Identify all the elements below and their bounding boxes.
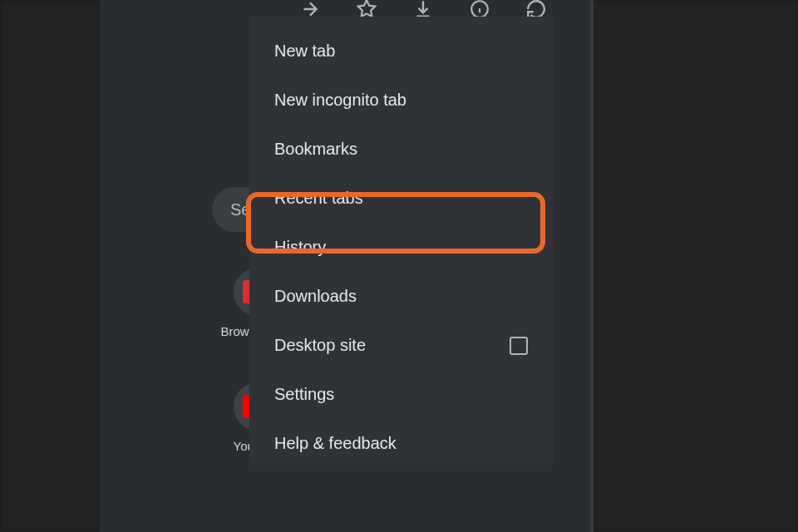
overflow-menu: New tab New incognito tab Bookmarks Rece… [249, 17, 553, 465]
menu-label: Desktop site [274, 336, 366, 355]
menu-label: Help & feedback [274, 434, 397, 453]
menu-recent-tabs[interactable]: Recent tabs [249, 174, 553, 223]
menu-label: Recent tabs [274, 189, 363, 208]
menu-label: Bookmarks [274, 140, 357, 159]
menu-bookmarks[interactable]: Bookmarks [249, 125, 553, 174]
menu-downloads[interactable]: Downloads [249, 272, 553, 321]
desktop-site-checkbox[interactable] [510, 337, 528, 355]
menu-label: New tab [274, 42, 335, 61]
menu-desktop-site[interactable]: Desktop site [249, 321, 553, 370]
menu-label: New incognito tab [274, 91, 406, 110]
menu-help[interactable]: Help & feedback [249, 419, 553, 455]
menu-label: History [274, 238, 326, 257]
phone-edge [590, 0, 594, 532]
menu-label: Settings [274, 385, 334, 404]
menu-history[interactable]: History [249, 223, 553, 272]
menu-settings[interactable]: Settings [249, 370, 553, 419]
menu-new-incognito[interactable]: New incognito tab [249, 76, 553, 125]
menu-label: Downloads [274, 287, 357, 306]
menu-new-tab[interactable]: New tab [249, 27, 553, 76]
